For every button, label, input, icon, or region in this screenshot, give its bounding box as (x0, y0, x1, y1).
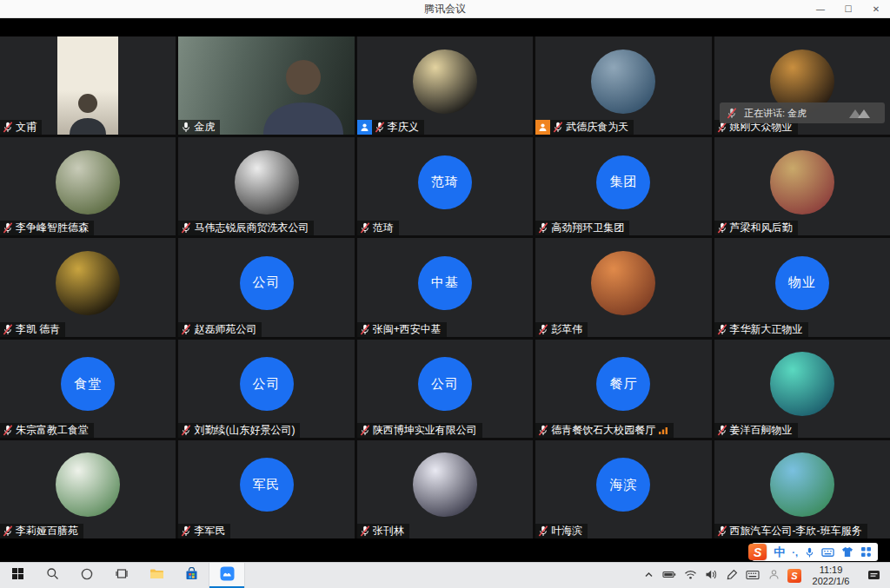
action-center-button[interactable] (857, 563, 890, 588)
participant-name: 李华新大正物业 (730, 322, 803, 337)
tray-touch-keyboard-button[interactable] (742, 563, 763, 588)
tray-ime-person-button[interactable] (763, 563, 784, 588)
ime-mic-button[interactable] (805, 546, 814, 558)
participant-tile[interactable]: 李莉娅百膳苑 (0, 440, 176, 538)
participant-tile[interactable]: 公司 赵磊师苑公司 (178, 238, 354, 336)
participant-tile[interactable]: 文甫 (0, 36, 176, 135)
participant-tile[interactable]: 物业 李华新大正物业 (714, 238, 890, 336)
participant-name: 陕西博坤实业有限公司 (373, 423, 477, 438)
participant-tile[interactable]: 范琦 范琦 (357, 137, 533, 235)
participant-name: 马伟志锐辰商贸洗衣公司 (194, 221, 309, 235)
taskbar-app-icons (0, 563, 245, 588)
avatar-green-mountains-photo (56, 453, 120, 517)
mic-muted-icon (717, 222, 727, 234)
participant-tile[interactable]: 公司 刘勤续(山东好景公司) (178, 340, 354, 438)
window-title: 腾讯会议 (424, 2, 466, 17)
mic-on-icon (181, 122, 191, 133)
participant-name: 芦梁和风后勤 (730, 221, 793, 235)
mic-muted-icon (553, 122, 563, 133)
participant-name-label: 德青餐饮石大校园餐厅 (535, 423, 674, 438)
sogou-ime-icon: S (787, 569, 801, 583)
participant-tile[interactable]: 食堂 朱宗富教工食堂 (0, 340, 176, 438)
tray-network-button[interactable] (680, 563, 701, 588)
participant-tile[interactable]: 李争峰智胜德森 (0, 137, 176, 235)
participant-name-label: 姜洋百舸物业 (714, 423, 798, 438)
avatar-initials: 军民 (240, 458, 294, 512)
taskbar-start-button[interactable] (0, 563, 35, 588)
ime-toolbox-button[interactable] (860, 546, 872, 558)
participant-name: 李莉娅百膳苑 (16, 524, 78, 538)
participant-tile[interactable]: 李凯 德青 (0, 238, 176, 336)
mic-muted-icon (360, 425, 370, 436)
participant-tile[interactable]: 军民 李军民 (178, 440, 354, 538)
meeting-logo-watermark-icon (847, 106, 878, 120)
participant-tile[interactable]: 公司 陕西博坤实业有限公司 (357, 340, 533, 438)
avatar-initials: 范琦 (418, 155, 472, 209)
participant-name: 文甫 (16, 120, 37, 135)
host-person-badge-icon (357, 120, 372, 135)
participant-tile[interactable]: 中基 张闽+西安中基 (357, 238, 533, 336)
taskbar-file-explorer-button[interactable] (139, 563, 174, 588)
mic-muted-icon (717, 324, 727, 335)
minimize-button[interactable]: — (807, 0, 834, 17)
taskbar-search-button[interactable] (35, 563, 70, 588)
tray-pen-button[interactable] (721, 563, 742, 588)
participant-tile[interactable]: 金虎 (178, 36, 354, 135)
participant-tile[interactable]: 武德庆食为天 (535, 36, 711, 135)
tray-hidden-icons-button[interactable] (638, 563, 659, 588)
participant-name-label: 武德庆食为天 (535, 120, 634, 135)
participant-tile[interactable]: 西旅汽车公司-李欣-班车服务 (714, 440, 890, 538)
tray-volume-button[interactable] (701, 563, 721, 588)
maximize-button[interactable]: ☐ (834, 0, 862, 17)
mic-muted-icon (181, 222, 191, 234)
tray-sogou-ime-button[interactable]: S (784, 563, 805, 588)
mic-muted-icon (538, 222, 548, 234)
mic-muted-icon (717, 425, 727, 436)
microsoft-store-icon (185, 567, 198, 585)
participant-name-label: 彭革伟 (535, 322, 588, 337)
taskbar-cortana-button[interactable] (70, 563, 104, 588)
participant-name: 张闽+西安中基 (373, 322, 442, 337)
avatar-man-posing-photo (413, 50, 477, 114)
ime-punctuation-toggle[interactable]: ·, (792, 547, 798, 558)
participant-tile[interactable]: 芦梁和风后勤 (714, 137, 890, 235)
avatar-initials: 公司 (240, 357, 294, 411)
participant-name-label: 金虎 (178, 120, 220, 135)
volume-indicator-icon (658, 426, 668, 435)
participant-name: 德青餐饮石大校园餐厅 (551, 423, 655, 438)
participant-tile[interactable]: 集团 高劲翔环卫集团 (535, 137, 711, 235)
tray-battery-button[interactable] (659, 563, 680, 588)
participant-name-label: 叶海滨 (535, 524, 588, 538)
ime-keyboard-button[interactable] (821, 547, 834, 558)
participant-name: 朱宗富教工食堂 (16, 423, 89, 438)
ime-skin-button[interactable] (841, 546, 853, 558)
participant-name-label: 李华新大正物业 (714, 322, 808, 337)
cortana-icon (80, 567, 94, 585)
close-button[interactable]: ✕ (862, 0, 890, 17)
participant-tile[interactable]: 马伟志锐辰商贸洗衣公司 (178, 137, 354, 235)
participant-name-label: 西旅汽车公司-李欣-班车服务 (714, 524, 867, 538)
taskbar-task-view-button[interactable] (104, 563, 139, 588)
network-icon (684, 568, 697, 584)
participant-tile[interactable]: 李庆义 (357, 36, 533, 135)
participant-name-label: 张闽+西安中基 (357, 322, 447, 337)
taskbar-microsoft-store-button[interactable] (174, 563, 209, 588)
taskbar-tencent-meeting-button[interactable] (209, 563, 245, 588)
taskbar-clock[interactable]: 11:19 2022/1/6 (805, 563, 857, 588)
participant-name: 李庆义 (388, 120, 419, 135)
participant-tile[interactable]: 姜洋百舸物业 (714, 340, 890, 438)
search-icon (46, 567, 59, 584)
participant-tile[interactable]: 张刊林 (357, 440, 533, 538)
participant-name: 彭革伟 (551, 322, 582, 337)
sogou-logo-icon[interactable]: S (748, 544, 767, 560)
participant-tile[interactable]: 彭革伟 (535, 238, 711, 336)
avatar-initials: 餐厅 (596, 357, 650, 411)
avatar-initials: 食堂 (61, 357, 115, 411)
clock-date: 2022/1/6 (813, 576, 850, 587)
participant-tile[interactable]: 海滨 叶海滨 (535, 440, 711, 538)
participant-tile[interactable]: 餐厅 德青餐饮石大校园餐厅 (535, 340, 711, 438)
avatar-anime-character-photo (770, 352, 834, 416)
participant-name: 姜洋百舸物业 (730, 423, 793, 438)
ime-mode-toggle[interactable]: 中 (774, 545, 785, 560)
participant-name-label: 文甫 (0, 120, 42, 135)
